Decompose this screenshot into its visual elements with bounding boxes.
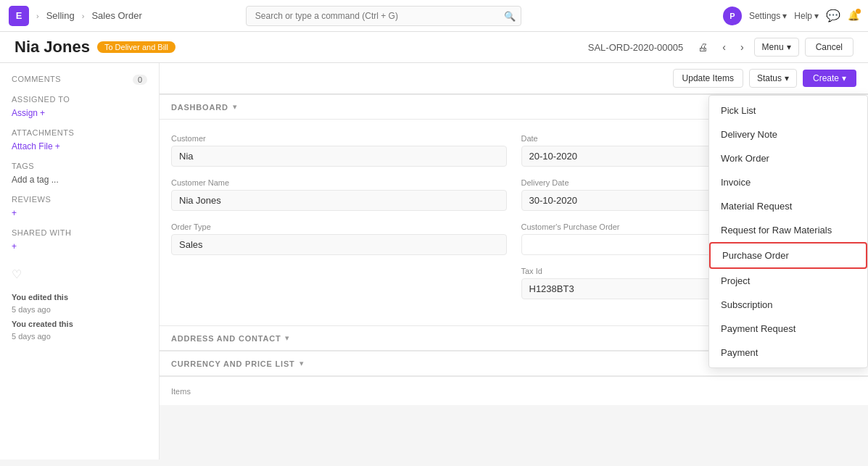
dropdown-subscription[interactable]: Subscription (709, 293, 867, 317)
customer-input[interactable] (171, 146, 507, 167)
customer-label: Customer (171, 134, 507, 143)
dropdown-purchase-order[interactable]: Purchase Order (709, 242, 867, 269)
add-review-button[interactable]: + (12, 208, 147, 218)
content-toolbar: Update Items Status ▾ Create ▾ Pick List… (160, 63, 868, 94)
search-icon: 🔍 (504, 10, 516, 21)
sub-header: Nia Jones To Deliver and Bill SAL-ORD-20… (0, 32, 868, 63)
dropdown-work-order[interactable]: Work Order (709, 146, 867, 170)
heart-icon[interactable]: ♡ (12, 267, 147, 281)
status-button[interactable]: Status ▾ (749, 69, 797, 88)
nav-chevron-1: › (36, 12, 39, 20)
nav-selling[interactable]: Selling (46, 10, 75, 21)
order-type-label: Order Type (171, 222, 507, 231)
dropdown-payment[interactable]: Payment (709, 341, 867, 365)
activity-created: You created this 5 days ago (12, 318, 147, 342)
currency-label: CURRENCY AND PRICE LIST (171, 359, 295, 368)
navbar: E › Selling › Sales Order 🔍 P Settings ▾… (0, 0, 868, 32)
dashboard-chevron-icon: ▾ (233, 102, 237, 112)
add-shared-button[interactable]: + (12, 241, 147, 251)
comments-label: Comments (12, 75, 61, 83)
help-button[interactable]: Help ▾ (794, 11, 819, 21)
content-area: Update Items Status ▾ Create ▾ Pick List… (160, 63, 868, 459)
nav-right: P Settings ▾ Help ▾ 💬 🔔 (723, 7, 859, 25)
status-chevron-icon: ▾ (785, 73, 789, 83)
sidebar-assigned-to: Assigned To Assign + (12, 95, 147, 118)
dashboard-label: DASHBOARD (171, 103, 228, 112)
sidebar-shared-with: Shared With + (12, 228, 147, 251)
status-badge: To Deliver and Bill (97, 41, 175, 53)
search-bar: 🔍 (246, 6, 521, 26)
dropdown-invoice[interactable]: Invoice (709, 170, 867, 194)
chat-icon[interactable]: 💬 (826, 9, 840, 22)
activity-edited: You edited this 5 days ago (12, 291, 147, 315)
search-input[interactable] (246, 6, 521, 26)
reviews-label: Reviews (12, 195, 147, 204)
comments-count: 0 (133, 75, 147, 85)
comments-row: Comments 0 (12, 75, 147, 85)
assigned-to-label: Assigned To (12, 95, 147, 104)
sidebar-comments: Comments 0 (12, 75, 147, 85)
dropdown-payment-request[interactable]: Payment Request (709, 317, 867, 341)
dropdown-delivery-note[interactable]: Delivery Note (709, 122, 867, 146)
dropdown-project[interactable]: Project (709, 269, 867, 293)
app-icon: E (9, 6, 29, 26)
nav-chevron-2: › (82, 12, 85, 20)
sidebar-reviews: Reviews + (12, 195, 147, 218)
nav-sales-order[interactable]: Sales Order (91, 10, 141, 21)
currency-chevron-icon: ▾ (299, 359, 304, 368)
attach-add-icon: + (55, 141, 60, 151)
customer-name-group: Customer Name (171, 178, 507, 211)
empty-group (171, 267, 507, 299)
doc-id: SAL-ORD-2020-00005 (588, 42, 684, 53)
avatar: P (723, 7, 742, 25)
sidebar: Comments 0 Assigned To Assign + Attachme… (0, 63, 160, 459)
create-button[interactable]: Create ▾ (803, 70, 856, 87)
notification-bell[interactable]: 🔔 (848, 10, 859, 21)
address-chevron-icon: ▾ (285, 333, 289, 343)
customer-group: Customer (171, 134, 507, 167)
doc-title: Nia Jones (15, 38, 90, 57)
prev-button[interactable]: ‹ (718, 38, 730, 56)
address-label: ADDRESS AND CONTACT (171, 334, 281, 343)
items-label: Items (171, 387, 191, 396)
add-tag-text[interactable]: Add a tag ... (12, 175, 147, 185)
next-button[interactable]: › (736, 38, 748, 56)
sub-header-right: SAL-ORD-2020-00005 🖨 ‹ › Menu ▾ Cancel (588, 38, 853, 57)
assign-link[interactable]: Assign + (12, 108, 147, 118)
menu-button[interactable]: Menu ▾ (754, 38, 799, 57)
customer-name-input[interactable] (171, 190, 507, 211)
dropdown-request-raw-materials[interactable]: Request for Raw Materials (709, 218, 867, 242)
main-layout: Comments 0 Assigned To Assign + Attachme… (0, 63, 868, 459)
order-type-input[interactable] (171, 234, 507, 255)
create-chevron-icon: ▾ (842, 73, 846, 83)
attach-file-link[interactable]: Attach File + (12, 141, 147, 151)
settings-button[interactable]: Settings ▾ (749, 11, 787, 21)
order-type-group: Order Type (171, 222, 507, 255)
update-items-button[interactable]: Update Items (673, 69, 743, 88)
dropdown-material-request[interactable]: Material Request (709, 194, 867, 218)
create-dropdown-menu: Pick List Delivery Note Work Order Invoi… (708, 95, 868, 368)
print-button[interactable]: 🖨 (693, 38, 712, 56)
cancel-button[interactable]: Cancel (805, 38, 853, 57)
bell-dot (856, 9, 861, 14)
shared-with-label: Shared With (12, 228, 147, 237)
sidebar-activity: You edited this 5 days ago You created t… (12, 291, 147, 342)
attachments-label: Attachments (12, 128, 147, 137)
items-area: Items (160, 376, 868, 405)
doc-title-area: Nia Jones To Deliver and Bill (15, 38, 175, 57)
sidebar-tags: Tags Add a tag ... (12, 162, 147, 185)
sidebar-attachments: Attachments Attach File + (12, 128, 147, 151)
tags-label: Tags (12, 162, 147, 170)
customer-name-label: Customer Name (171, 178, 507, 187)
dropdown-pick-list[interactable]: Pick List (709, 99, 867, 122)
add-icon: + (40, 108, 45, 118)
